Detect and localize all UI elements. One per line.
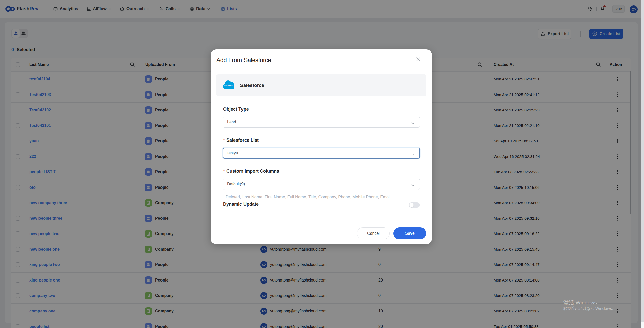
svg-text:salesforce: salesforce bbox=[224, 84, 233, 86]
